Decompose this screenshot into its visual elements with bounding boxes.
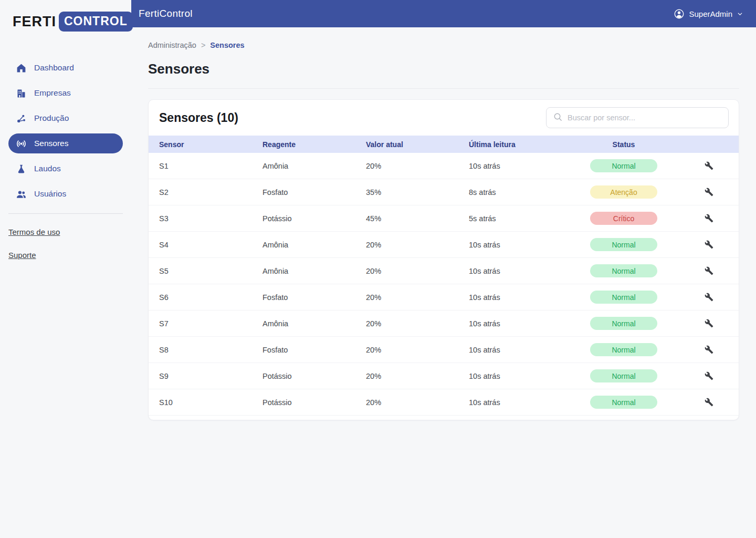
support-link[interactable]: Suporte: [8, 251, 36, 260]
home-icon: [16, 63, 27, 74]
last-reading-cell: 8s atrás: [469, 188, 558, 196]
current-value-cell: 20%: [366, 267, 469, 275]
status-cell: Normal: [558, 369, 689, 382]
last-reading-cell: 10s atrás: [469, 398, 558, 407]
breadcrumb-parent[interactable]: Administração: [148, 41, 196, 49]
current-value-cell: 20%: [366, 398, 469, 407]
wrench-icon: [705, 188, 713, 196]
status-cell: Normal: [558, 159, 689, 172]
reagent-cell: Fosfato: [262, 293, 366, 302]
hub-icon: [16, 113, 27, 124]
top-bar: FertiControl SuperAdmin: [131, 0, 756, 27]
status-cell: Atenção: [558, 185, 689, 199]
configure-sensor-button[interactable]: [702, 159, 716, 172]
table-row: S8 Fosfato 20% 10s atrás Normal: [149, 337, 739, 363]
status-badge: Normal: [590, 264, 657, 277]
configure-sensor-button[interactable]: [702, 343, 716, 356]
table-row: S3 Potássio 45% 5s atrás Crítico: [149, 205, 739, 232]
sidebar-item-usuarios[interactable]: Usuários: [8, 184, 123, 204]
current-value-cell: 20%: [366, 241, 469, 249]
status-cell: Crítico: [558, 212, 689, 225]
reagent-cell: Fosfato: [262, 346, 366, 354]
current-value-cell: 20%: [366, 162, 469, 170]
configure-sensor-button[interactable]: [702, 185, 716, 199]
sidebar-item-empresas[interactable]: Empresas: [8, 83, 123, 103]
brand-logo-text-left: FERTI: [13, 14, 56, 30]
table-row: S4 Amônia 20% 10s atrás Normal: [149, 232, 739, 258]
sensor-id: S8: [159, 346, 262, 354]
user-avatar-icon: [674, 8, 685, 19]
configure-sensor-button[interactable]: [702, 212, 716, 225]
actions-cell: [689, 343, 728, 356]
sidebar-item-label: Dashboard: [34, 63, 74, 73]
status-cell: Normal: [558, 317, 689, 330]
wrench-icon: [705, 266, 713, 275]
status-cell: Normal: [558, 264, 689, 277]
last-reading-cell: 10s atrás: [469, 267, 558, 275]
configure-sensor-button[interactable]: [702, 291, 716, 304]
current-value-cell: 20%: [366, 293, 469, 302]
user-menu[interactable]: SuperAdmin: [674, 8, 743, 19]
actions-cell: [689, 212, 728, 225]
last-reading-cell: 5s atrás: [469, 214, 558, 223]
last-reading-cell: 10s atrás: [469, 241, 558, 249]
sidebar-item-label: Sensores: [34, 139, 68, 148]
sidebar-item-label: Empresas: [34, 88, 71, 98]
main-area: FertiControl SuperAdmin Administração > …: [131, 0, 756, 538]
table-row: S10 Potássio 20% 10s atrás Normal: [149, 389, 739, 416]
sensors-panel: Sensores (10) Sensor Reagente Valor atua…: [148, 99, 739, 420]
sidebar-item-producao[interactable]: Produção: [8, 108, 123, 128]
status-badge: Normal: [590, 396, 657, 409]
brand-logo[interactable]: FERTI CONTROL: [0, 12, 131, 32]
configure-sensor-button[interactable]: [702, 369, 716, 382]
search-box: [546, 107, 729, 128]
last-reading-cell: 10s atrás: [469, 346, 558, 354]
flask-icon: [16, 163, 27, 174]
wrench-icon: [705, 371, 713, 380]
sidebar-item-sensores[interactable]: Sensores: [8, 133, 123, 153]
search-input[interactable]: [568, 113, 722, 122]
actions-cell: [689, 291, 728, 304]
status-cell: Normal: [558, 343, 689, 356]
breadcrumb-separator-icon: >: [201, 41, 205, 49]
page-content: Administração > Sensores Sensores Sensor…: [131, 27, 756, 420]
brand-logo-text-right: CONTROL: [59, 12, 133, 32]
actions-cell: [689, 396, 728, 409]
configure-sensor-button[interactable]: [702, 396, 716, 409]
table-header: Sensor Reagente Valor atual Última leitu…: [149, 136, 739, 153]
actions-cell: [689, 317, 728, 330]
page-title: Sensores: [148, 61, 739, 77]
table-row: S1 Amônia 20% 10s atrás Normal: [149, 153, 739, 179]
wrench-icon: [705, 293, 713, 302]
building-icon: [16, 88, 27, 99]
app-title: FertiControl: [139, 8, 193, 19]
sidebar-item-label: Produção: [34, 113, 69, 123]
wrench-icon: [705, 345, 713, 354]
sidebar-item-dashboard[interactable]: Dashboard: [8, 58, 123, 78]
sensor-id: S6: [159, 293, 262, 302]
sensor-id: S4: [159, 241, 262, 249]
panel-header: Sensores (10): [149, 100, 739, 136]
table-row: S9 Potássio 20% 10s atrás Normal: [149, 363, 739, 389]
configure-sensor-button[interactable]: [702, 317, 716, 330]
status-badge: Normal: [590, 238, 657, 251]
user-name: SuperAdmin: [689, 9, 732, 18]
wrench-icon: [705, 319, 713, 328]
last-reading-cell: 10s atrás: [469, 319, 558, 328]
sidebar-item-laudos[interactable]: Laudos: [8, 159, 123, 179]
terms-link[interactable]: Termos de uso: [8, 227, 60, 236]
status-badge: Normal: [590, 291, 657, 304]
status-badge: Normal: [590, 369, 657, 382]
breadcrumb: Administração > Sensores: [148, 41, 739, 49]
sidebar-item-label: Usuários: [34, 189, 66, 199]
status-badge: Atenção: [590, 185, 657, 199]
status-badge: Normal: [590, 317, 657, 330]
status-cell: Normal: [558, 396, 689, 409]
table-row: S5 Amônia 20% 10s atrás Normal: [149, 258, 739, 284]
column-header-ultima-leitura: Última leitura: [469, 140, 558, 149]
sensor-id: S10: [159, 398, 262, 407]
configure-sensor-button[interactable]: [702, 238, 716, 251]
configure-sensor-button[interactable]: [702, 264, 716, 277]
reagent-cell: Amônia: [262, 241, 366, 249]
actions-cell: [689, 264, 728, 277]
